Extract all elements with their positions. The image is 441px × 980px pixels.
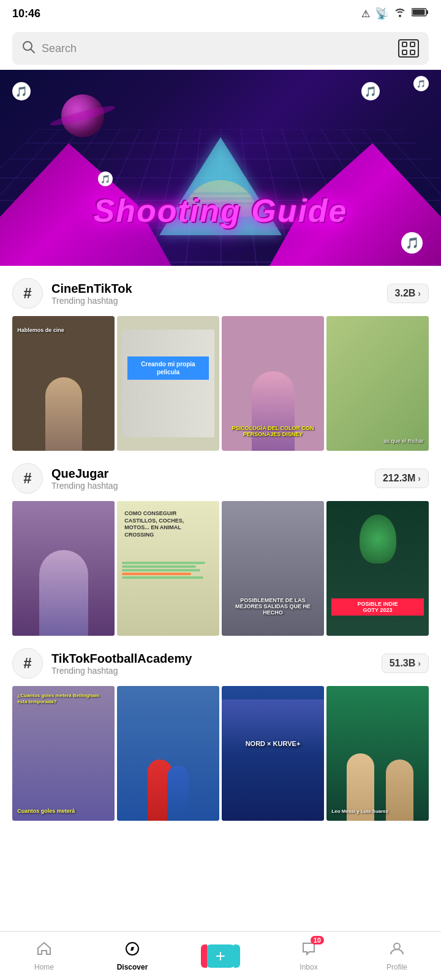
search-placeholder: Search [42,42,392,55]
hash-badge-3: # [12,648,43,679]
hashtag-left-1: # CineEnTikTok Trending hashtag [12,278,132,309]
person-icon [389,941,405,960]
svg-point-11 [394,943,400,949]
thumbnail-1-2[interactable]: Creando mi propiapelicula [117,316,219,451]
hashtag-section-3: # TikTokFootballAcademy Trending hashtag… [0,648,441,821]
thumbnail-2-3[interactable]: POSIBLEMENTE DE LAS MEJORES SALIDAS QUE … [222,501,324,636]
svg-line-4 [31,49,34,53]
svg-point-10 [131,948,134,950]
thumb-text-1-1: Hablemos de cine [17,327,64,333]
nav-home-label: Home [34,963,54,971]
message-icon [301,943,317,960]
hashtag-header-1[interactable]: # CineEnTikTok Trending hashtag 3.2B › [12,278,429,309]
thumbnail-3-3[interactable]: NORD × KURVE+ [222,686,324,821]
nav-home[interactable]: Home [0,941,88,971]
scan-icon[interactable] [398,39,419,58]
inbox-badge-count: 10 [311,936,324,944]
thumb-text-2-2: COMO CONSEGUIRCASTILLOS, COCHES,MOTOS...… [122,508,214,541]
hashtag-count-1[interactable]: 3.2B › [387,284,429,303]
hashtag-name-2: QueJugar [51,467,118,481]
hashtag-info-3: TikTokFootballAcademy Trending hashtag [51,652,192,676]
thumb-text-1-4: as que el Richar [384,438,424,444]
thumbnail-1-3[interactable]: PSICOLOGÍA DEL COLOR CON PERSONAJES DISN… [222,316,324,451]
thumbnail-3-1[interactable]: ¿Cuantos goles meterá Bellingham esta te… [12,686,115,821]
hashtag-name-1: CineEnTikTok [51,282,132,296]
thumbnail-3-2[interactable] [117,686,219,821]
cast-icon: 📡 [375,7,388,20]
nav-inbox[interactable]: 10 Inbox [265,941,353,971]
banner-title: Shooting Guide [0,192,441,229]
svg-rect-2 [413,10,425,15]
nav-inbox-label: Inbox [300,963,317,971]
chevron-right-icon-3: › [418,658,421,668]
thumbnail-2-4[interactable]: POSIBLE INDIEGOTY 2023 [326,501,429,636]
thumbnail-2-1[interactable] [12,501,115,636]
hashtag-info-2: QueJugar Trending hashtag [51,467,118,491]
status-bar: 10:46 ⚠ 📡 [0,0,441,27]
status-time: 10:46 [12,7,40,20]
thumbnails-grid-1: Hablemos de cine Creando mi propiapelicu… [12,316,429,451]
search-bar[interactable]: Search [12,32,429,65]
thumb-text-1-2: Creando mi propiapelicula [127,356,209,380]
hash-badge-1: # [12,278,43,309]
chevron-right-icon-2: › [418,473,421,483]
hashtag-label-2: Trending hashtag [51,481,118,491]
tiktok-logo-2: 🎵 [361,82,380,100]
inbox-badge-container: 10 [301,941,317,960]
search-icon [22,40,36,57]
banner-planet [61,94,104,137]
hashtag-section-1: # CineEnTikTok Trending hashtag 3.2B › H… [0,278,441,451]
hashtag-left-3: # TikTokFootballAcademy Trending hashtag [12,648,192,679]
plus-icon: + [216,946,225,966]
add-button[interactable]: + [205,944,236,968]
notification-icon: ⚠ [361,8,370,20]
thumb-text-3-3: NORD × KURVE+ [227,740,318,747]
thumbnail-2-2[interactable]: COMO CONSEGUIRCASTILLOS, COCHES,MOTOS...… [117,501,219,636]
chevron-right-icon-1: › [418,288,421,298]
svg-rect-7 [402,50,407,55]
hashtag-label-3: Trending hashtag [51,666,192,676]
svg-rect-5 [402,42,407,47]
thumbnail-3-4[interactable]: Leo Messi y Luis Suarez [326,686,429,821]
thumb-text-2-3: POSIBLEMENTE DE LAS MEJORES SALIDAS QUE … [227,597,318,616]
home-icon [36,941,52,960]
tiktok-logo-4: 🎵 [413,76,429,91]
thumb-subtext-3-1: Cuantos goles meterá [17,808,109,814]
tiktok-logo-3: 🎵 [98,172,113,186]
hashtag-count-2[interactable]: 212.3M › [375,469,429,488]
svg-rect-6 [410,42,415,47]
thumbnails-grid-2: COMO CONSEGUIRCASTILLOS, COCHES,MOTOS...… [12,501,429,636]
svg-rect-8 [410,50,415,55]
hashtag-label-1: Trending hashtag [51,296,132,306]
hashtag-name-3: TikTokFootballAcademy [51,652,192,666]
thumb-text-1-3: PSICOLOGÍA DEL COLOR CON PERSONAJES DISN… [227,425,318,437]
nav-add[interactable]: + [176,944,265,968]
compass-icon [124,941,140,960]
thumbnails-grid-3: ¿Cuantos goles meterá Bellingham esta te… [12,686,429,821]
tiktok-logo-5: 🎵 [401,232,423,254]
hashtag-left-2: # QueJugar Trending hashtag [12,463,118,494]
tiktok-logo-1: 🎵 [12,82,31,100]
thumbnail-1-4[interactable]: as que el Richar [326,316,429,451]
thumb-text-3-1: ¿Cuantos goles meterá Bellingham esta te… [17,693,109,706]
nav-profile[interactable]: Profile [353,941,441,971]
hash-badge-2: # [12,463,43,494]
status-icons: ⚠ 📡 [361,7,429,20]
nav-discover-label: Discover [117,963,148,971]
thumb-text-2-4: POSIBLE INDIEGOTY 2023 [331,598,423,616]
hashtag-section-2: # QueJugar Trending hashtag 212.3M › COM… [0,463,441,636]
battery-icon [412,7,429,20]
thumb-text-3-4: Leo Messi y Luis Suarez [331,809,423,814]
hashtag-header-2[interactable]: # QueJugar Trending hashtag 212.3M › [12,463,429,494]
svg-rect-1 [426,10,428,14]
hashtag-header-3[interactable]: # TikTokFootballAcademy Trending hashtag… [12,648,429,679]
hashtag-count-3[interactable]: 51.3B › [382,654,429,673]
nav-profile-label: Profile [386,963,407,971]
hashtag-info-1: CineEnTikTok Trending hashtag [51,282,132,306]
banner[interactable]: 🎵 🎵 🎵 🎵 🎵 Shooting Guide [0,70,441,266]
thumbnail-1-1[interactable]: Hablemos de cine [12,316,115,451]
bottom-nav: Home Discover + 10 Inbox [0,931,441,980]
nav-discover[interactable]: Discover [88,941,176,971]
wifi-icon [393,7,407,20]
